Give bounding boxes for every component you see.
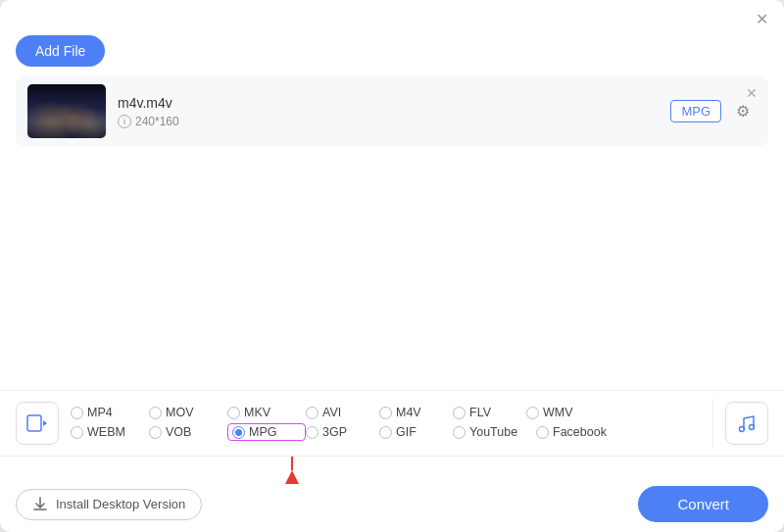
format-label-vob: VOB: [166, 425, 191, 439]
format-label-mpg: MPG: [249, 425, 276, 439]
svg-rect-0: [27, 415, 41, 431]
video-format-icon[interactable]: [16, 402, 59, 445]
format-badge-button[interactable]: MPG: [670, 100, 721, 122]
radio-webm[interactable]: [71, 426, 83, 439]
main-window: ✕ Add File m4v.m4v i 240*160 MPG ⚙ ✕: [0, 0, 784, 532]
svg-point-2: [740, 427, 745, 432]
file-thumbnail: [27, 84, 106, 138]
radio-m4v[interactable]: [379, 407, 392, 419]
format-option-avi[interactable]: AVI: [306, 406, 379, 419]
radio-youtube[interactable]: [453, 426, 466, 439]
radio-wmv[interactable]: [526, 407, 539, 419]
format-option-vob[interactable]: VOB: [149, 423, 227, 441]
arrow-head: [285, 470, 299, 484]
format-label-m4v: M4V: [396, 406, 421, 419]
title-bar: ✕: [0, 0, 784, 31]
format-option-flv[interactable]: FLV: [453, 406, 526, 419]
radio-vob[interactable]: [149, 426, 162, 439]
radio-mpg[interactable]: [232, 426, 245, 439]
file-item: m4v.m4v i 240*160 MPG ⚙ ✕: [16, 76, 768, 146]
format-label-facebook: Facebook: [553, 425, 607, 439]
bottom-actions: Install Desktop Version Convert: [0, 476, 784, 532]
close-button[interactable]: ✕: [753, 10, 770, 27]
format-label-flv: FLV: [469, 406, 491, 419]
svg-marker-1: [43, 420, 47, 426]
separator: [712, 399, 713, 448]
radio-facebook[interactable]: [536, 426, 549, 439]
file-name: m4v.m4v: [118, 95, 670, 111]
download-icon: [32, 497, 48, 512]
install-label: Install Desktop Version: [56, 497, 185, 511]
arrow-indicator-container: [0, 457, 784, 476]
format-option-mp4[interactable]: MP4: [71, 406, 149, 419]
radio-mkv[interactable]: [227, 407, 240, 419]
radio-mp4[interactable]: [71, 407, 83, 419]
format-label-mov: MOV: [166, 406, 193, 419]
format-option-mov[interactable]: MOV: [149, 406, 227, 419]
add-file-button[interactable]: Add File: [16, 35, 105, 67]
radio-flv[interactable]: [453, 407, 466, 419]
format-option-wmv[interactable]: WMV: [526, 406, 600, 419]
format-option-mpg[interactable]: MPG: [227, 423, 306, 441]
radio-gif[interactable]: [379, 426, 392, 439]
svg-point-3: [750, 425, 755, 430]
file-info: m4v.m4v i 240*160: [106, 95, 670, 128]
radio-3gp[interactable]: [306, 426, 318, 439]
format-option-youtube[interactable]: YouTube: [453, 423, 536, 441]
format-label-youtube: YouTube: [469, 425, 517, 439]
format-label-mp4: MP4: [87, 406, 113, 419]
format-label-mkv: MKV: [244, 406, 270, 419]
file-close-button[interactable]: ✕: [743, 84, 760, 102]
file-meta: i 240*160: [118, 115, 670, 128]
toolbar: Add File: [0, 31, 784, 76]
info-icon: i: [118, 115, 131, 128]
format-grid-container: MP4 MOV MKV AVI: [71, 406, 709, 441]
format-label-webm: WEBM: [87, 425, 125, 439]
format-label-wmv: WMV: [543, 406, 573, 419]
install-desktop-button[interactable]: Install Desktop Version: [16, 489, 202, 520]
format-option-webm[interactable]: WEBM: [71, 423, 149, 441]
format-option-gif[interactable]: GIF: [379, 423, 453, 441]
format-option-m4v[interactable]: M4V: [379, 406, 453, 419]
format-label-gif: GIF: [396, 425, 416, 439]
format-row-2: WEBM VOB MPG 3GP: [71, 423, 709, 441]
file-area: m4v.m4v i 240*160 MPG ⚙ ✕: [0, 76, 784, 390]
file-resolution: 240*160: [135, 115, 179, 128]
arrow-indicator: [285, 457, 299, 484]
convert-button[interactable]: Convert: [638, 486, 768, 522]
format-option-facebook[interactable]: Facebook: [536, 423, 619, 441]
format-selector: MP4 MOV MKV AVI: [0, 391, 784, 457]
radio-mov[interactable]: [149, 407, 162, 419]
bottom-panel: MP4 MOV MKV AVI: [0, 390, 784, 532]
format-row-1: MP4 MOV MKV AVI: [71, 406, 709, 419]
format-option-3gp[interactable]: 3GP: [306, 423, 379, 441]
arrow-line: [291, 457, 293, 470]
format-option-mkv[interactable]: MKV: [227, 406, 306, 419]
format-label-3gp: 3GP: [322, 425, 347, 439]
format-label-avi: AVI: [322, 406, 341, 419]
radio-avi[interactable]: [306, 407, 318, 419]
audio-format-button[interactable]: [725, 402, 768, 445]
